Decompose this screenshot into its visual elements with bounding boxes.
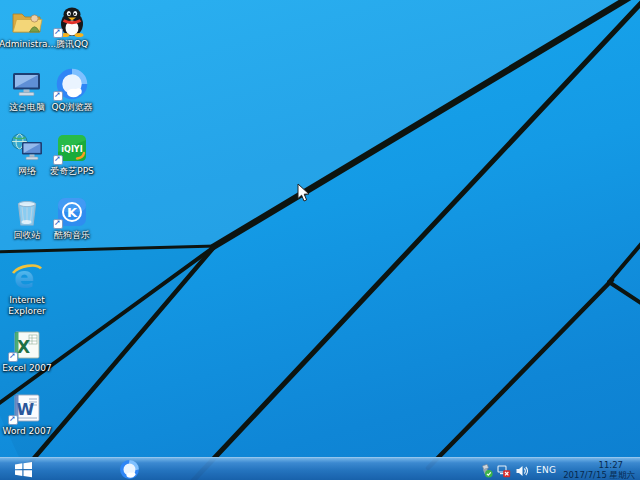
svg-text:W: W [17,400,35,419]
shortcut-arrow-badge: ➚ [8,352,18,362]
desktop-icon-excel-2007[interactable]: X ➚ Excel 2007 [0,329,55,374]
shortcut-arrow-badge: ➚ [53,91,63,101]
clock-date: 2017/7/15 星期六 [563,470,635,480]
icon-label: 腾讯QQ [44,39,100,50]
shortcut-arrow-badge: ➚ [53,155,63,165]
desktop: Administra... 这台电脑 [0,0,640,480]
desktop-icon-internet-explorer[interactable]: e Internet Explorer [0,261,55,317]
language-indicator[interactable]: ENG [533,465,559,475]
desktop-icon-tencent-qq[interactable]: ➚ 腾讯QQ [44,5,100,50]
icon-label: 爱奇艺PPS [44,166,100,177]
desktop-icon-kugou-music[interactable]: K ➚ 酷狗音乐 [44,196,100,241]
user-folder-icon [10,5,44,37]
icon-label: Internet Explorer [0,295,55,317]
volume-icon[interactable] [515,463,529,477]
icon-label: QQ浏览器 [44,102,100,113]
system-tray: ENG 11:27 2017/7/15 星期六 [479,458,638,480]
taskbar: ENG 11:27 2017/7/15 星期六 [0,457,640,480]
network-error-icon[interactable] [497,463,511,477]
clock-time: 11:27 [599,460,624,470]
network-icon [10,132,44,164]
qq-browser-icon: ➚ [55,68,89,100]
shortcut-arrow-badge: ➚ [53,219,63,229]
word-icon: W ➚ [10,392,44,424]
this-pc-icon [10,68,44,100]
internet-explorer-icon: e [10,261,44,293]
mouse-cursor [297,183,311,207]
desktop-icon-iqiyi-pps[interactable]: iQIYI ➚ 爱奇艺PPS [44,132,100,177]
taskbar-clock[interactable]: 11:27 2017/7/15 星期六 [563,460,638,480]
windows-logo-icon [14,461,33,478]
start-button[interactable] [10,460,36,479]
recycle-bin-icon [10,196,44,228]
taskbar-qq-browser-button[interactable] [116,458,142,480]
kugou-music-icon: K ➚ [55,196,89,228]
excel-icon: X ➚ [10,329,44,361]
iqiyi-logo-text: iQIYI [61,145,82,154]
desktop-icon-word-2007[interactable]: W ➚ Word 2007 [0,392,55,437]
icon-label: Excel 2007 [0,363,55,374]
qq-penguin-icon: ➚ [55,5,89,37]
shortcut-arrow-badge: ➚ [53,28,63,38]
icon-label: Word 2007 [0,426,55,437]
usb-safely-remove-icon[interactable] [479,463,493,477]
qq-browser-icon [119,459,140,480]
iqiyi-pps-icon: iQIYI ➚ [55,132,89,164]
desktop-icon-qq-browser[interactable]: ➚ QQ浏览器 [44,68,100,113]
icon-label: 酷狗音乐 [44,230,100,241]
shortcut-arrow-badge: ➚ [8,415,18,425]
svg-text:X: X [17,337,30,357]
svg-text:K: K [67,205,78,220]
